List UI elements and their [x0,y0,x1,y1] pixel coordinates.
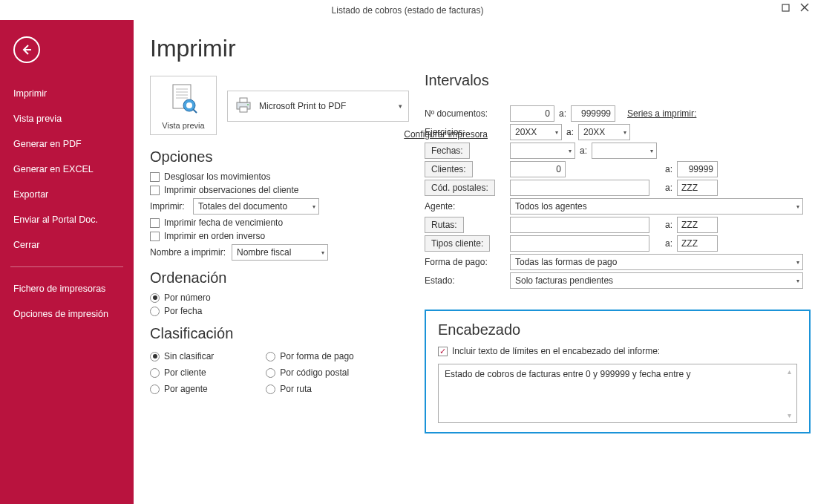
ejercicio-from-select[interactable]: 20XX▾ [510,124,562,140]
scroll-down-icon: ▾ [788,411,791,419]
sidebar-item-vista-previa[interactable]: Vista previa [0,106,134,131]
rutas-to-input[interactable]: ZZZ [677,217,718,233]
nombre-imprimir-select[interactable]: Nombre fiscal▾ [232,244,328,261]
chevron-down-icon: ▾ [569,148,572,154]
close-button[interactable] [799,1,811,13]
imprimir-label: Imprimir: [150,201,187,212]
printer-icon [234,96,253,117]
svg-line-11 [193,109,197,113]
sidebar-item-excel[interactable]: Generar en EXCEL [0,157,134,182]
radio-por-ruta[interactable]: Por ruta [266,384,353,394]
chk-incluir-texto[interactable]: Incluir texto de límites en el encabezad… [438,346,797,356]
imprimir-select[interactable]: Totales del documento▾ [193,198,319,215]
radio-sin-clasificar[interactable]: Sin clasificar [150,351,214,361]
title-bar: Listado de cobros (estado de facturas) [0,0,815,20]
sidebar: Imprimir Vista previa Generar en PDF Gen… [0,20,134,504]
tipos-cliente-button[interactable]: Tipos cliente: [425,235,490,252]
page-title: Imprimir [150,35,799,62]
radio-label: Por fecha [164,306,202,316]
maximize-button[interactable] [779,1,791,13]
sidebar-item-opciones-impresion[interactable]: Opciones de impresión [0,301,134,327]
svg-point-15 [247,104,249,105]
a-label: a: [559,108,566,119]
clientes-button[interactable]: Clientes: [425,161,473,177]
scrollbar[interactable]: ▴▾ [784,367,794,419]
estado-select[interactable]: Solo facturas pendientes▾ [510,272,803,289]
agente-label: Agente: [425,201,510,212]
radio-label: Por ruta [280,384,312,394]
sidebar-item-fichero-impresoras[interactable]: Fichero de impresoras [0,276,134,301]
radio-label: Por agente [164,384,208,394]
chevron-down-icon: ▾ [555,129,558,136]
clientes-from-input[interactable]: 0 [510,161,566,177]
fecha-to-select[interactable]: ▾ [592,143,657,159]
codpost-from-input[interactable] [510,180,649,196]
printer-selector[interactable]: Microsoft Print to PDF ▾ [227,91,409,122]
radio-por-forma-pago[interactable]: Por forma de pago [266,351,353,361]
ejercicios-label: Ejercicios: [425,127,510,137]
chevron-down-icon: ▾ [399,102,402,110]
chevron-down-icon: ▾ [796,203,799,210]
intervalos-heading: Intervalos [425,72,815,89]
sidebar-item-pdf[interactable]: Generar en PDF [0,131,134,157]
vista-previa-label: Vista previa [162,121,204,130]
rutas-from-input[interactable] [510,217,649,233]
codpostales-button[interactable]: Cód. postales: [425,180,495,196]
ndoc-label: Nº documentos: [425,108,510,119]
codpost-to-input[interactable]: ZZZ [677,180,718,196]
encabezado-text: Estado de cobros de facturas entre 0 y 9… [445,369,691,379]
sidebar-item-exportar[interactable]: Exportar [0,182,134,207]
a-label: a: [580,145,587,156]
sidebar-item-imprimir[interactable]: Imprimir [0,81,134,106]
chk-incluir-texto-label: Incluir texto de límites en el encabezad… [452,346,660,356]
ejercicio-to-select[interactable]: 20XX▾ [578,124,630,140]
svg-rect-14 [240,107,247,112]
vista-previa-button[interactable]: Vista previa [150,76,217,135]
svg-rect-0 [782,4,789,11]
a-label: a: [665,220,672,230]
window-title: Listado de cobros (estado de facturas) [332,5,484,16]
radio-label: Por forma de pago [280,351,353,361]
a-label: a: [566,127,574,137]
svg-rect-13 [240,98,247,102]
a-label: a: [665,238,672,249]
fechas-button[interactable]: Fechas: [425,143,470,159]
rutas-button[interactable]: Rutas: [425,217,464,233]
sidebar-item-cerrar[interactable]: Cerrar [0,232,134,258]
svg-point-10 [186,102,192,108]
tipos-to-input[interactable]: ZZZ [677,235,718,252]
chk-observaciones-label: Imprimir observaciones del cliente [164,185,298,195]
radio-label: Por número [164,292,211,303]
tipos-from-input[interactable] [510,235,649,252]
chevron-down-icon: ▾ [796,259,799,266]
sidebar-separator [10,266,123,267]
chk-orden-inverso-label: Imprimir en orden inverso [164,231,265,241]
chevron-down-icon: ▾ [650,148,653,154]
agente-select[interactable]: Todos los agentes▾ [510,198,803,215]
radio-label: Sin clasificar [164,351,214,361]
clientes-to-input[interactable]: 99999 [677,161,718,177]
chk-desglosar-label: Desglosar los movimientos [164,171,270,182]
back-button[interactable] [13,36,40,63]
fecha-from-select[interactable]: ▾ [510,143,575,159]
radio-por-codigo-postal[interactable]: Por código postal [266,367,353,378]
radio-label: Por cliente [164,367,206,378]
ndoc-to-input[interactable]: 999999 [571,105,615,122]
radio-por-agente[interactable]: Por agente [150,384,214,394]
a-label: a: [665,183,672,193]
ndoc-from-input[interactable]: 0 [510,105,554,122]
printer-name: Microsoft Print to PDF [259,101,346,111]
scroll-up-icon: ▴ [788,367,791,376]
formapago-select[interactable]: Todas las formas de pago▾ [510,254,803,270]
radio-por-cliente[interactable]: Por cliente [150,367,214,378]
nombre-imprimir-label: Nombre a imprimir: [150,247,226,258]
encabezado-textarea[interactable]: Estado de cobros de facturas entre 0 y 9… [438,364,797,423]
sidebar-item-portal-doc[interactable]: Enviar al Portal Doc. [0,207,134,232]
series-link[interactable]: Series a imprimir: [627,108,696,119]
chevron-down-icon: ▾ [321,249,324,256]
formapago-label: Forma de pago: [425,257,510,267]
a-label: a: [665,164,672,174]
document-preview-icon [168,83,198,118]
chk-fecha-venc-label: Imprimir fecha de vencimiento [164,217,283,228]
encabezado-heading: Encabezado [438,321,797,338]
